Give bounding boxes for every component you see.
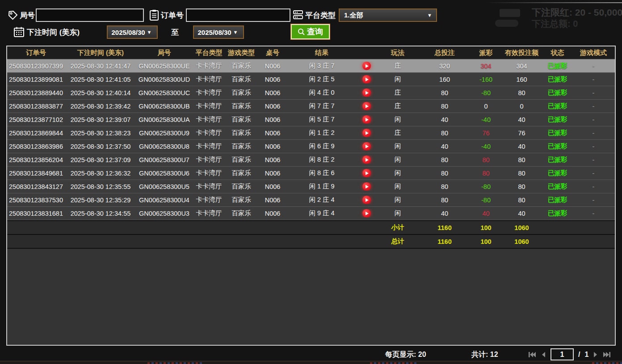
- platform-cell: 卡卡湾厅: [192, 75, 226, 84]
- play-replay-icon[interactable]: [362, 88, 371, 97]
- order-id-cell: 250830123856204: [7, 156, 65, 163]
- bet-type-cell: 闲: [378, 115, 418, 124]
- replay-cell: [355, 142, 378, 151]
- round-number-input[interactable]: [36, 8, 144, 22]
- game-mode-cell: -: [572, 130, 615, 137]
- col-header-platform[interactable]: 平台类型: [192, 49, 226, 57]
- play-replay-icon[interactable]: [362, 142, 371, 151]
- col-header-total[interactable]: 总投注: [418, 49, 471, 57]
- replay-cell: [355, 115, 378, 124]
- date-from-value: 2025/08/30: [109, 29, 145, 36]
- col-header-round[interactable]: 局号: [136, 49, 192, 57]
- play-replay-icon[interactable]: [362, 129, 371, 137]
- play-replay-icon[interactable]: [362, 196, 371, 204]
- table-row[interactable]: 250830123889440 2025-08-30 12:40:14 GN00…: [7, 86, 615, 100]
- valid-bet-cell: 40: [500, 210, 543, 217]
- bet-type-cell: 闲: [378, 169, 418, 177]
- play-replay-icon[interactable]: [362, 115, 371, 124]
- valid-bet-cell: 80: [500, 89, 543, 96]
- status-badge: 已派彩: [543, 209, 572, 218]
- total-bet-cell: 80: [418, 130, 471, 137]
- table-row[interactable]: 250830123863986 2025-08-30 12:37:50 GN00…: [7, 140, 615, 153]
- page-number-input[interactable]: [551, 348, 574, 360]
- platform-cell: 卡卡湾厅: [192, 115, 226, 124]
- table-no-cell: N006: [257, 183, 288, 190]
- total-bet-cell: 40: [418, 116, 471, 123]
- col-header-payout[interactable]: 派彩: [471, 49, 500, 57]
- col-header-table[interactable]: 桌号: [257, 49, 288, 57]
- table-row[interactable]: 250830123837530 2025-08-30 12:35:29 GN00…: [7, 193, 615, 207]
- bet-type-cell: 闲: [378, 182, 418, 191]
- result-cell: 闲 7 庄 7: [288, 102, 355, 110]
- replay-cell: [355, 62, 378, 70]
- order-id-cell: 250830123863986: [7, 143, 65, 150]
- col-header-mode[interactable]: 游戏模式: [572, 49, 615, 57]
- date-to-picker[interactable]: 2025/08/30 ▼: [193, 25, 244, 39]
- previous-page-icon[interactable]: [541, 351, 546, 358]
- valid-bet-cell: 160: [500, 76, 543, 83]
- valid-bet-cell: 80: [500, 197, 543, 204]
- platform-cell: 卡卡湾厅: [192, 62, 226, 70]
- table-header-row: 订单号 下注时间 (美东) 局号 平台类型 游戏类型 桌号 结果 玩法 总投注 …: [7, 46, 615, 59]
- grand-total-total: 1160: [418, 238, 471, 245]
- status-badge: 已派彩: [543, 155, 572, 164]
- query-button[interactable]: 查询: [290, 24, 330, 40]
- tag-icon: [8, 10, 18, 21]
- play-replay-icon[interactable]: [362, 182, 371, 191]
- last-page-icon[interactable]: [603, 351, 611, 358]
- play-replay-icon[interactable]: [362, 62, 371, 70]
- platform-cell: 卡卡湾厅: [192, 142, 226, 151]
- col-header-time[interactable]: 下注时间 (美东): [65, 49, 136, 57]
- bet-type-cell: 闲: [378, 142, 418, 151]
- game-type-cell: 百家乐: [226, 75, 257, 84]
- play-replay-icon[interactable]: [362, 169, 371, 177]
- col-header-order[interactable]: 订单号: [7, 49, 65, 57]
- table-no-cell: N006: [257, 76, 288, 83]
- table-row[interactable]: 250830123899081 2025-08-30 12:41:05 GN00…: [7, 73, 615, 86]
- play-replay-icon[interactable]: [362, 155, 371, 164]
- payout-cell: 0: [471, 103, 500, 110]
- table-no-cell: N006: [257, 63, 288, 70]
- next-page-icon[interactable]: [593, 351, 598, 358]
- table-row[interactable]: 250830123877102 2025-08-30 12:39:07 GN00…: [7, 113, 615, 126]
- bet-time-cell: 2025-08-30 12:37:50: [65, 143, 136, 150]
- payout-cell: 80: [471, 170, 500, 177]
- result-cell: 闲 6 庄 9: [288, 142, 355, 151]
- first-page-icon[interactable]: [528, 351, 536, 358]
- order-id-cell: 250830123849681: [7, 170, 65, 177]
- replay-cell: [355, 169, 378, 177]
- table-row[interactable]: 250830123849681 2025-08-30 12:36:32 GN00…: [7, 167, 615, 180]
- play-replay-icon[interactable]: [362, 209, 371, 218]
- grand-total-valid: 1060: [500, 238, 543, 245]
- order-number-input[interactable]: [186, 8, 290, 22]
- table-row[interactable]: 250830123869844 2025-08-30 12:38:23 GN00…: [7, 126, 615, 140]
- play-replay-icon[interactable]: [362, 102, 371, 110]
- date-from-picker[interactable]: 2025/08/30 ▼: [107, 25, 158, 39]
- game-type-cell: 百家乐: [226, 169, 257, 177]
- play-replay-icon[interactable]: [362, 75, 371, 84]
- game-mode-cell: -: [572, 170, 615, 177]
- game-type-cell: 百家乐: [226, 129, 257, 137]
- table-no-cell: N006: [257, 170, 288, 177]
- col-header-valid[interactable]: 有效投注额: [500, 49, 543, 57]
- payout-cell: -160: [471, 76, 500, 83]
- table-row[interactable]: 250830123831681 2025-08-30 12:34:55 GN00…: [7, 207, 615, 220]
- platform-type-select[interactable]: 1.全部 ▼: [339, 8, 437, 22]
- query-button-label: 查询: [307, 26, 323, 37]
- bet-time-cell: 2025-08-30 12:34:55: [65, 210, 136, 217]
- col-header-status[interactable]: 状态: [543, 49, 572, 57]
- col-header-result[interactable]: 结果: [288, 49, 355, 57]
- table-row[interactable]: 250830123843127 2025-08-30 12:35:55 GN00…: [7, 180, 615, 193]
- col-header-bet-type[interactable]: 玩法: [378, 49, 418, 57]
- payout-cell: 80: [471, 156, 500, 163]
- col-header-game[interactable]: 游戏类型: [226, 49, 257, 57]
- table-row[interactable]: 250830123856204 2025-08-30 12:37:09 GN00…: [7, 153, 615, 167]
- valid-bet-cell: 80: [500, 183, 543, 190]
- bet-time-label: 下注时间 (美东): [27, 27, 80, 38]
- table-row[interactable]: 250830123883877 2025-08-30 12:39:42 GN00…: [7, 100, 615, 113]
- background-bet-total-text: 下注总额: 0: [532, 18, 578, 30]
- payout-cell: -40: [471, 116, 500, 123]
- valid-bet-cell: 40: [500, 116, 543, 123]
- table-row[interactable]: 250830123907399 2025-08-30 12:41:47 GN00…: [7, 59, 615, 73]
- status-badge: 已派彩: [543, 196, 572, 204]
